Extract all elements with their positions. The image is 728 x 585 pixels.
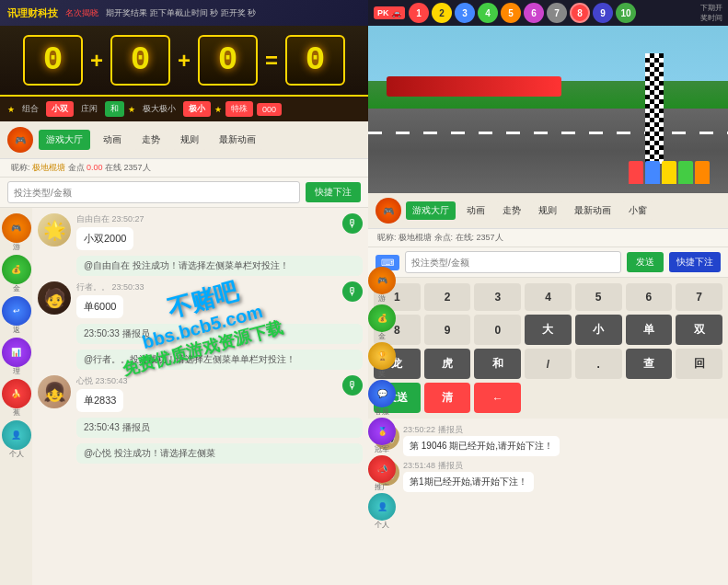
- icon-wrapper-personal: 👤 个人: [2, 420, 31, 458]
- header-status: 期开奖结果 距下单截止时间 秒 距开奖 秒: [106, 7, 256, 19]
- key-2[interactable]: 2: [424, 283, 471, 311]
- chat-time-3: 心悦 23:50:43: [76, 375, 337, 387]
- key-4[interactable]: 4: [525, 283, 572, 311]
- key-small[interactable]: 小: [575, 315, 622, 345]
- race-period: 下期开奖时间: [700, 3, 722, 23]
- chat-content-2: 行者。。 23:50:33 单6000: [76, 281, 337, 318]
- right-sidebar-champion[interactable]: 🥇: [368, 418, 396, 445]
- key-tie[interactable]: 和: [474, 349, 521, 379]
- right-nav-icon: 🎮: [376, 198, 401, 224]
- opt-jidajixiao[interactable]: 极大极小: [139, 101, 179, 117]
- mic-icon-2[interactable]: 🎙: [342, 281, 363, 302]
- key-3[interactable]: 3: [474, 283, 521, 311]
- key-big[interactable]: 大: [525, 315, 572, 345]
- nav-latest[interactable]: 最新动画: [212, 130, 263, 150]
- chat-time-2: 行者。。 23:50:33: [76, 281, 337, 293]
- opt-zuhe[interactable]: 组合: [18, 101, 42, 117]
- race-num-3[interactable]: 3: [455, 3, 475, 23]
- opt-xiaoshuang[interactable]: 小双: [46, 101, 74, 117]
- sidebar-icon-manage[interactable]: 📊: [2, 338, 31, 367]
- right-sidebar-promote[interactable]: 📣: [368, 455, 396, 483]
- right-chat-msg-1: 📢 23:50:22 播报员 第 19046 期已经开始,请开始下注！: [374, 424, 722, 456]
- racing-top: PK 🚗 1 2 3 4 5 6 7 8 9 10 下期开奖时间: [368, 0, 728, 193]
- right-icon-personal: 👤 个人: [368, 493, 396, 529]
- chat-system-2b: @行者。。投注成功！请选择左侧菜单单栏对投注！: [76, 350, 363, 370]
- key-7[interactable]: 7: [676, 283, 722, 311]
- key-slash[interactable]: /: [525, 349, 572, 379]
- key-9[interactable]: 9: [424, 315, 471, 345]
- key-query[interactable]: 查: [626, 349, 673, 379]
- nav-animation[interactable]: 动画: [96, 130, 129, 150]
- left-status-bar: 昵称: 极地棍塘 金点 0.00 在线 2357人: [0, 159, 368, 178]
- right-icon-champion: 🥇 冠军: [368, 418, 396, 453]
- race-num-7[interactable]: 7: [547, 3, 567, 23]
- sidebar-icon-personal[interactable]: 👤: [2, 420, 31, 450]
- right-bet-input[interactable]: [405, 251, 621, 273]
- right-nav-gamehall[interactable]: 游戏大厅: [406, 201, 456, 220]
- left-chat-main: 🌟 自由自在 23:50:27 小双2000 🎙 @自由自在 投注成功！请选择左…: [32, 208, 368, 585]
- left-main: 🎮 游 💰 金 ↩ 返 📊 理 🍌 蕉: [0, 208, 368, 585]
- right-input-row: ⌨ 发送 快捷下注: [368, 247, 728, 278]
- car-blue: [645, 161, 660, 184]
- mic-icon-3[interactable]: 🎙: [342, 375, 363, 396]
- race-num-9[interactable]: 9: [593, 3, 613, 23]
- race-num-2[interactable]: 2: [432, 3, 452, 23]
- sidebar-icon-banana[interactable]: 🍌: [2, 379, 31, 408]
- left-nav-bar: 🎮 游戏大厅 动画 走势 规则 最新动画: [0, 121, 368, 159]
- nav-rules[interactable]: 规则: [173, 130, 206, 150]
- right-sidebar-personal[interactable]: 👤: [368, 493, 396, 521]
- star-3: ★: [214, 105, 222, 114]
- right-nav-miniwindow[interactable]: 小窗: [622, 201, 653, 220]
- key-single[interactable]: 单: [626, 315, 673, 345]
- right-chat-area: 📢 23:50:22 播报员 第 19046 期已经开始,请开始下注！ 📢 23…: [368, 419, 728, 585]
- right-sidebar-game[interactable]: 🎮: [368, 267, 396, 294]
- right-nav-rules[interactable]: 规则: [532, 201, 563, 220]
- race-num-8[interactable]: 8: [570, 3, 590, 23]
- key-0[interactable]: 0: [474, 315, 521, 345]
- right-nav-trend[interactable]: 走势: [496, 201, 527, 220]
- avatar-3: 👧: [38, 375, 71, 408]
- right-content-2: 23:51:48 播报员 第1期已经开始,请开始下注！: [403, 460, 722, 492]
- key-backspace[interactable]: ←: [474, 383, 521, 413]
- nav-trend[interactable]: 走势: [134, 130, 168, 150]
- opt-teshu[interactable]: 特殊: [225, 101, 253, 117]
- key-dot[interactable]: .: [575, 349, 622, 379]
- opt-he[interactable]: 和: [105, 101, 124, 117]
- quick-bet-button[interactable]: 快捷下注: [306, 182, 361, 202]
- right-sidebar-prize[interactable]: 🏆: [368, 342, 396, 370]
- mic-icon-1[interactable]: 🎙: [342, 213, 363, 234]
- period-label: 名次揭晓: [65, 7, 98, 19]
- sidebar-icon-gold[interactable]: 💰: [2, 255, 31, 284]
- sidebar-icon-return[interactable]: ↩: [2, 296, 31, 326]
- right-sidebar-service[interactable]: 💬: [368, 380, 396, 407]
- key-tiger[interactable]: 虎: [424, 349, 471, 379]
- left-panel: 讯理财科技 名次揭晓 期开奖结果 距下单截止时间 秒 距开奖 秒 0 + 0 +…: [0, 0, 368, 585]
- right-nav-animation[interactable]: 动画: [460, 201, 491, 220]
- right-nav-latest[interactable]: 最新动画: [568, 201, 618, 220]
- race-num-6[interactable]: 6: [524, 3, 544, 23]
- key-6[interactable]: 6: [626, 283, 673, 311]
- key-clear[interactable]: 清: [424, 383, 471, 413]
- score-display: 0 + 0 + 0 = 0: [0, 26, 368, 97]
- right-icon-gold: 💰 金: [368, 304, 396, 340]
- nav-gamehall[interactable]: 游戏大厅: [39, 130, 90, 150]
- pk-badge: PK 🚗: [374, 6, 405, 19]
- opt-jixiao[interactable]: 极小: [183, 101, 211, 117]
- key-back[interactable]: 回: [676, 349, 722, 379]
- sidebar-icon-game[interactable]: 🎮: [2, 213, 31, 243]
- race-num-10[interactable]: 10: [616, 3, 636, 23]
- chat-system-3: 23:50:43 播报员: [76, 418, 363, 438]
- opt-000[interactable]: 000: [257, 103, 282, 116]
- race-num-1[interactable]: 1: [409, 3, 429, 23]
- race-num-4[interactable]: 4: [478, 3, 498, 23]
- bet-input-field[interactable]: [7, 181, 300, 203]
- right-sidebar-gold[interactable]: 💰: [368, 304, 396, 332]
- send-button[interactable]: 发送: [627, 252, 664, 272]
- right-quick-bet-button[interactable]: 快捷下注: [669, 252, 721, 272]
- race-num-5[interactable]: 5: [501, 3, 521, 23]
- chat-content-3: 心悦 23:50:43 单2833: [76, 375, 337, 412]
- opt-zhuangxian[interactable]: 庄闲: [77, 101, 101, 117]
- chat-area-left: 🌟 自由自在 23:50:27 小双2000 🎙 @自由自在 投注成功！请选择左…: [32, 208, 368, 585]
- key-double[interactable]: 双: [676, 315, 722, 345]
- key-5[interactable]: 5: [575, 283, 622, 311]
